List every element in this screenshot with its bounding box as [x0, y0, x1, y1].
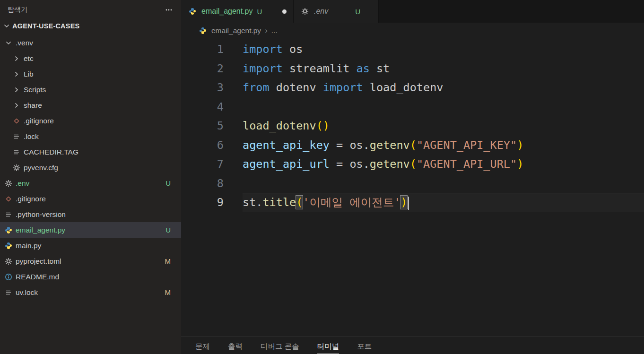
tree-item-.venv[interactable]: .venv	[0, 35, 181, 51]
panel-tab-0[interactable]: 문제	[195, 337, 210, 354]
code-line-6[interactable]: 6agent_api_key = os.getenv("AGENT_API_KE…	[181, 136, 644, 155]
code-token: =	[330, 138, 349, 152]
code-line-content	[243, 97, 644, 117]
code-line-content: agent_api_url = os.getenv("AGENT_API_URL…	[243, 155, 644, 174]
tree-item-uv.lock[interactable]: uv.lockM	[0, 285, 181, 300]
code-line-1[interactable]: 1import os	[181, 40, 644, 59]
tree-item-scripts[interactable]: Scripts	[0, 82, 181, 97]
git-status-badge: U	[165, 226, 171, 234]
tree-item-label: email_agent.py	[16, 226, 65, 234]
tree-item-label: pyvenv.cfg	[24, 164, 58, 172]
tree-item-email-agent.py[interactable]: email_agent.pyU	[0, 222, 181, 238]
code-token: load_dotenv	[363, 81, 444, 94]
git-status-badge: U	[355, 8, 360, 16]
tree-item-.python-version[interactable]: .python-version	[0, 207, 181, 222]
more-actions-icon[interactable]	[164, 5, 174, 15]
code-line-2[interactable]: 2import streamlit as st	[181, 59, 644, 78]
code-token: agent_api_url	[243, 157, 330, 171]
tree-item-.env[interactable]: .envU	[0, 175, 181, 191]
code-token: dotenv	[270, 81, 323, 94]
code-token: os	[283, 43, 303, 56]
code-line-8[interactable]: 8	[181, 174, 644, 193]
panel-tab-1[interactable]: 출력	[228, 337, 243, 354]
tree-item-.gitignore[interactable]: .gitignore	[0, 113, 181, 129]
tree-item-etc[interactable]: etc	[0, 51, 181, 66]
code-token: ()	[316, 119, 330, 132]
unsaved-dot-icon[interactable]	[282, 9, 287, 14]
code-token: .	[363, 157, 370, 171]
sidebar-header: 탐색기	[0, 0, 181, 20]
tree-item-label: .env	[16, 179, 29, 188]
gear-icon	[300, 7, 310, 16]
tab-.env[interactable]: .envU	[294, 0, 379, 23]
code-line-9[interactable]: 9st.title('이메일 에이전트')	[181, 193, 644, 212]
line-number: 7	[181, 155, 224, 174]
code-line-content: import os	[243, 40, 644, 59]
tree-item-.lock[interactable]: .lock	[0, 129, 181, 144]
breadcrumb-more[interactable]: ...	[271, 26, 278, 35]
code-token: from	[243, 81, 270, 94]
chevron-down-icon	[2, 21, 11, 31]
tree-item-pyvenv.cfg[interactable]: pyvenv.cfg	[0, 160, 181, 175]
tree-item-label: .gitignore	[24, 117, 54, 125]
git-icon	[4, 194, 13, 204]
line-number: 4	[181, 97, 224, 117]
tree-item-share[interactable]: share	[0, 97, 181, 113]
chevron-down-icon	[4, 38, 13, 48]
code-token: title	[262, 196, 296, 209]
tree-item-label: etc	[24, 54, 34, 63]
code-line-5[interactable]: 5load_dotenv()	[181, 116, 644, 136]
gear-icon	[4, 257, 13, 266]
code-line-content: from dotenv import load_dotenv	[243, 78, 644, 97]
line-number: 1	[181, 40, 224, 59]
info-icon	[4, 272, 13, 282]
code-token: getenv	[370, 138, 410, 152]
code-line-4[interactable]: 4	[181, 97, 644, 117]
line-number: 5	[181, 116, 224, 136]
code-token: import	[323, 81, 363, 94]
code-line-7[interactable]: 7agent_api_url = os.getenv("AGENT_API_UR…	[181, 155, 644, 174]
editor-tabs: email_agent.pyU.envU	[181, 0, 644, 23]
python-icon	[4, 225, 13, 235]
tree-item-readme.md[interactable]: README.md	[0, 269, 181, 285]
code-line-content: import streamlit as st	[243, 59, 644, 78]
file-icon	[4, 210, 13, 219]
code-token: (	[410, 157, 417, 171]
code-token: st	[243, 196, 256, 209]
chevron-right-icon	[12, 101, 21, 110]
chevron-right-icon	[12, 69, 21, 79]
tree-item-cachedir.tag[interactable]: CACHEDIR.TAG	[0, 144, 181, 160]
code-editor[interactable]: 1import os2import streamlit as st3from d…	[181, 39, 644, 337]
tree-item-main.py[interactable]: main.py	[0, 238, 181, 253]
panel-tab-3[interactable]: 터미널	[317, 337, 339, 354]
line-number: 9	[181, 193, 224, 212]
code-line-3[interactable]: 3from dotenv import load_dotenv	[181, 78, 644, 97]
tree-item-label: main.py	[16, 242, 41, 250]
code-token: )	[517, 157, 523, 171]
tree-item-label: .gitignore	[16, 195, 46, 203]
code-token: import	[243, 62, 283, 75]
panel-tabs: 문제출력디버그 콘솔터미널포트	[181, 337, 644, 354]
panel-tab-4[interactable]: 포트	[357, 337, 372, 354]
explorer-root-folder[interactable]: AGENT-USE-CASES	[0, 20, 181, 32]
tree-item-label: pyproject.toml	[16, 257, 61, 266]
code-token: agent_api_key	[243, 138, 330, 152]
tree-item-.gitignore[interactable]: .gitignore	[0, 191, 181, 207]
code-token: load_dotenv	[243, 119, 316, 132]
code-token: =	[330, 157, 349, 171]
git-icon	[12, 116, 21, 126]
code-token: getenv	[370, 157, 410, 171]
code-token: (	[410, 138, 417, 152]
tree-item-lib[interactable]: Lib	[0, 66, 181, 82]
tree-item-label: CACHEDIR.TAG	[24, 148, 78, 156]
panel-tab-2[interactable]: 디버그 콘솔	[261, 337, 299, 354]
tab-email-agent.py[interactable]: email_agent.pyU	[181, 0, 294, 23]
breadcrumb-file[interactable]: email_agent.py	[211, 26, 261, 35]
tree-item-pyproject.toml[interactable]: pyproject.tomlM	[0, 253, 181, 269]
breadcrumb: email_agent.py › ...	[181, 23, 644, 39]
code-token: st	[370, 62, 390, 75]
tree-item-label: .venv	[16, 39, 33, 47]
file-icon	[12, 147, 21, 157]
code-token: import	[243, 43, 283, 56]
file-icon	[12, 132, 21, 141]
